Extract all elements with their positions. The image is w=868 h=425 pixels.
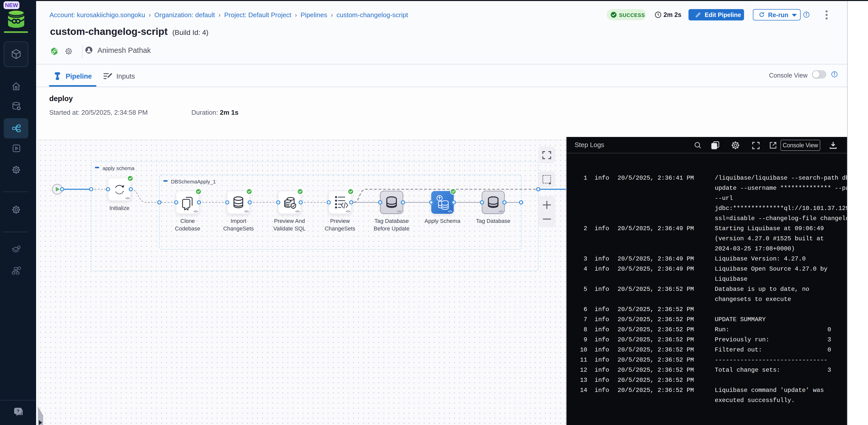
svg-text:</>: </> (244, 210, 249, 213)
svg-text:Validate SQL: Validate SQL (273, 225, 306, 232)
svg-text:</>: </> (296, 210, 300, 213)
svg-text:Import: Import (230, 218, 246, 224)
svg-text:</>: </> (194, 210, 198, 213)
svg-text:</>: </> (346, 210, 350, 213)
svg-text:</>: </> (448, 210, 452, 213)
svg-text:Clone: Clone (180, 218, 195, 224)
svg-text:Preview: Preview (330, 218, 350, 224)
svg-text:apply schema: apply schema (102, 165, 134, 171)
svg-text:ChangeSets: ChangeSets (223, 225, 254, 232)
svg-text:Before Update: Before Update (374, 225, 409, 232)
svg-text:</>: </> (397, 210, 401, 213)
svg-text:?: ? (17, 409, 19, 414)
svg-text:</>: </> (499, 210, 503, 213)
svg-text:DBSchemaApply_1: DBSchemaApply_1 (171, 179, 216, 185)
svg-text:Tag Database: Tag Database (476, 218, 510, 224)
svg-text:Initialize: Initialize (109, 205, 129, 211)
svg-text:ChangeSets: ChangeSets (325, 225, 355, 232)
svg-text:Tag Database: Tag Database (374, 218, 409, 224)
svg-text:Codebase: Codebase (175, 225, 200, 232)
svg-text:Apply Schema: Apply Schema (425, 218, 461, 224)
svg-text:Preview And: Preview And (274, 218, 305, 224)
svg-text:</>: </> (125, 197, 130, 200)
